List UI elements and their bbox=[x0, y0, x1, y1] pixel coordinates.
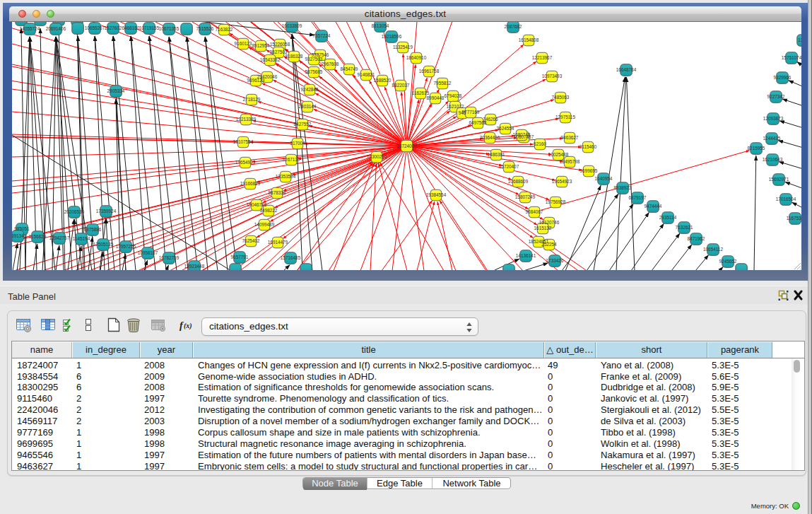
svg-text:3624554: 3624554 bbox=[497, 126, 514, 131]
svg-text:10671355: 10671355 bbox=[159, 26, 180, 31]
svg-text:16210643: 16210643 bbox=[763, 157, 783, 162]
svg-text:9245652: 9245652 bbox=[719, 259, 737, 264]
svg-text:2803144: 2803144 bbox=[299, 104, 317, 109]
svg-text:9160123: 9160123 bbox=[235, 41, 252, 46]
svg-text:12923448: 12923448 bbox=[184, 264, 205, 269]
svg-text:9474444: 9474444 bbox=[645, 204, 662, 209]
svg-text:1167533: 1167533 bbox=[787, 216, 801, 221]
svg-text:9896123: 9896123 bbox=[247, 78, 265, 83]
svg-text:19166829: 19166829 bbox=[240, 181, 261, 186]
svg-text:16154808: 16154808 bbox=[519, 37, 539, 42]
svg-text:16914479: 16914479 bbox=[268, 240, 288, 245]
svg-text:9699695: 9699695 bbox=[580, 168, 598, 173]
svg-text:16961758: 16961758 bbox=[419, 69, 440, 74]
svg-text:1640954: 1640954 bbox=[595, 176, 613, 181]
svg-text:8990448: 8990448 bbox=[427, 95, 445, 100]
svg-text:9146821: 9146821 bbox=[358, 72, 375, 77]
svg-text:1117: 1117 bbox=[798, 37, 801, 42]
svg-text:15692971: 15692971 bbox=[769, 177, 789, 182]
svg-text:2718129: 2718129 bbox=[243, 97, 261, 102]
svg-text:12505135: 12505135 bbox=[93, 242, 114, 247]
svg-text:18495798: 18495798 bbox=[560, 159, 580, 164]
svg-text:7163822: 7163822 bbox=[216, 27, 233, 32]
svg-text:12213967: 12213967 bbox=[532, 55, 553, 60]
svg-text:9463627: 9463627 bbox=[561, 135, 579, 140]
svg-text:10973493: 10973493 bbox=[542, 74, 563, 78]
svg-text:8878334: 8878334 bbox=[269, 190, 286, 195]
svg-text:18300295: 18300295 bbox=[367, 154, 387, 159]
svg-text:2087682: 2087682 bbox=[505, 24, 522, 29]
svg-text:1486381: 1486381 bbox=[488, 152, 505, 157]
svg-text:10025488: 10025488 bbox=[548, 152, 569, 157]
svg-text:15716485: 15716485 bbox=[281, 255, 301, 260]
svg-text:15751074: 15751074 bbox=[782, 55, 801, 60]
svg-text:7955812: 7955812 bbox=[434, 81, 452, 86]
svg-text:14055724: 14055724 bbox=[20, 26, 40, 31]
svg-text:9242848: 9242848 bbox=[301, 87, 319, 92]
svg-text:2935114: 2935114 bbox=[659, 215, 677, 220]
svg-text:16033809: 16033809 bbox=[282, 23, 302, 28]
svg-text:746266: 746266 bbox=[483, 117, 498, 122]
svg-text:16648784: 16648784 bbox=[616, 67, 637, 72]
svg-text:1080748: 1080748 bbox=[513, 132, 531, 137]
svg-text:8427552: 8427552 bbox=[294, 122, 312, 127]
svg-text:6794028: 6794028 bbox=[445, 93, 462, 98]
svg-text:7485063: 7485063 bbox=[552, 95, 570, 100]
svg-text:18640910: 18640910 bbox=[406, 55, 427, 60]
svg-text:6466160: 6466160 bbox=[122, 25, 140, 30]
svg-text:10958187: 10958187 bbox=[138, 250, 158, 255]
svg-text:8215955: 8215955 bbox=[748, 146, 765, 151]
svg-text:15046786: 15046786 bbox=[247, 202, 267, 207]
svg-text:8454749: 8454749 bbox=[341, 66, 358, 71]
svg-text:9227342: 9227342 bbox=[767, 94, 785, 99]
svg-text:13353594: 13353594 bbox=[276, 174, 296, 179]
svg-text:14099489: 14099489 bbox=[254, 222, 275, 227]
svg-text:9975886: 9975886 bbox=[84, 227, 102, 232]
svg-text:5875685: 5875685 bbox=[305, 69, 323, 74]
svg-text:1527602: 1527602 bbox=[105, 25, 122, 30]
svg-text:20691406: 20691406 bbox=[46, 26, 66, 31]
svg-text:12093873: 12093873 bbox=[763, 116, 784, 121]
svg-text:1621072: 1621072 bbox=[447, 104, 464, 109]
svg-text:8471962: 8471962 bbox=[688, 236, 705, 241]
svg-text:1156829: 1156829 bbox=[29, 234, 47, 239]
svg-text:10688609: 10688609 bbox=[508, 179, 529, 184]
svg-text:11325419: 11325419 bbox=[393, 45, 413, 49]
svg-text:12942757: 12942757 bbox=[49, 235, 70, 240]
svg-text:1162615: 1162615 bbox=[412, 90, 430, 95]
svg-text:317004: 317004 bbox=[290, 141, 305, 146]
svg-text:16782759: 16782759 bbox=[159, 255, 180, 260]
svg-text:17359924: 17359924 bbox=[96, 209, 117, 214]
svg-text:7515526: 7515526 bbox=[196, 26, 214, 31]
svg-text:8938923: 8938923 bbox=[614, 185, 632, 190]
svg-text:2967608: 2967608 bbox=[322, 62, 339, 66]
svg-text:16120746: 16120746 bbox=[539, 220, 560, 225]
svg-text:1733426: 1733426 bbox=[546, 258, 564, 263]
svg-text:9327503: 9327503 bbox=[305, 57, 323, 62]
svg-text:19756928: 19756928 bbox=[546, 199, 566, 204]
svg-text:7632621: 7632621 bbox=[676, 225, 693, 230]
svg-text:1588520: 1588520 bbox=[374, 78, 392, 83]
svg-text:2905334: 2905334 bbox=[107, 88, 125, 93]
svg-text:(x): (x) bbox=[184, 322, 192, 330]
svg-text:3267130: 3267130 bbox=[283, 157, 300, 162]
svg-text:7357224: 7357224 bbox=[313, 33, 331, 38]
svg-text:17016504: 17016504 bbox=[776, 197, 796, 201]
svg-text:15226058: 15226058 bbox=[270, 42, 290, 47]
svg-text:1244415: 1244415 bbox=[763, 136, 781, 141]
svg-text:8813054: 8813054 bbox=[372, 23, 389, 28]
svg-text:1145194: 1145194 bbox=[73, 236, 90, 241]
svg-text:1615132: 1615132 bbox=[534, 226, 552, 230]
svg-text:12975115: 12975115 bbox=[555, 115, 575, 119]
svg-text:20206536: 20206536 bbox=[64, 209, 85, 214]
svg-text:19384554: 19384554 bbox=[426, 192, 447, 197]
svg-text:18724007: 18724007 bbox=[396, 144, 417, 148]
svg-text:15720407: 15720407 bbox=[499, 164, 519, 169]
svg-text:3498222: 3498222 bbox=[260, 208, 278, 213]
svg-text:9115460: 9115460 bbox=[579, 144, 597, 149]
svg-text:7625402: 7625402 bbox=[242, 238, 260, 243]
svg-text:17957255: 17957255 bbox=[116, 244, 136, 249]
svg-text:19654933: 19654933 bbox=[235, 160, 256, 165]
svg-text:8912954: 8912954 bbox=[252, 43, 270, 48]
svg-text:10655267: 10655267 bbox=[85, 25, 105, 30]
